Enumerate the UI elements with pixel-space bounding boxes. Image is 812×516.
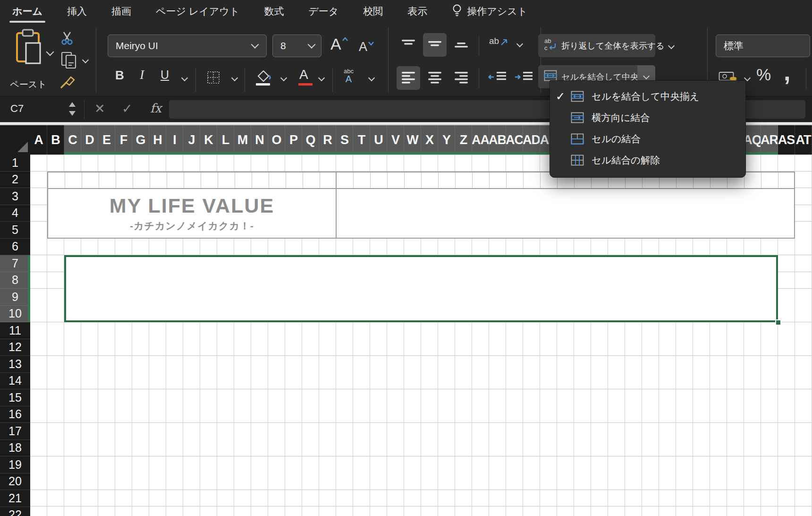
- row-header-4[interactable]: 4: [0, 205, 30, 222]
- underline-chevron-icon[interactable]: [181, 75, 188, 81]
- copy-dropdown-chevron-icon[interactable]: [82, 57, 89, 63]
- column-header-P[interactable]: P: [285, 125, 302, 155]
- select-all-corner[interactable]: [0, 125, 30, 155]
- column-header-F[interactable]: F: [115, 125, 132, 155]
- tab-1[interactable]: 挿入: [67, 5, 87, 18]
- column-header-AS[interactable]: AS: [778, 125, 795, 155]
- column-header-U[interactable]: U: [370, 125, 387, 155]
- column-header-C[interactable]: C: [64, 125, 81, 155]
- row-header-13[interactable]: 13: [0, 356, 30, 373]
- tab-4[interactable]: 数式: [264, 5, 284, 18]
- tab-3[interactable]: ページ レイアウト: [156, 5, 239, 18]
- font-color-button[interactable]: A: [299, 67, 308, 82]
- text-orientation-button[interactable]: ab: [489, 36, 508, 46]
- increase-font-size-button[interactable]: A: [330, 35, 348, 53]
- row-header-7[interactable]: 7: [0, 255, 30, 272]
- comma-style-button[interactable]: ,: [784, 58, 790, 86]
- tab-2[interactable]: 描画: [111, 5, 131, 18]
- row-header-11[interactable]: 11: [0, 322, 30, 339]
- row-header-18[interactable]: 18: [0, 440, 30, 457]
- column-header-AD[interactable]: AD: [523, 125, 540, 155]
- selected-merged-cell[interactable]: [64, 255, 778, 322]
- row-header-10[interactable]: 10: [0, 306, 30, 323]
- column-header-N[interactable]: N: [251, 125, 268, 155]
- row-header-5[interactable]: 5: [0, 222, 30, 239]
- percent-style-button[interactable]: %: [756, 65, 771, 84]
- phonetic-chevron-icon[interactable]: [368, 75, 375, 81]
- column-header-AA[interactable]: AA: [472, 125, 489, 155]
- row-header-17[interactable]: 17: [0, 423, 30, 440]
- row-header-14[interactable]: 14: [0, 373, 30, 390]
- number-format-select[interactable]: 標準: [716, 34, 810, 57]
- format-painter-button[interactable]: [59, 74, 77, 91]
- copy-button[interactable]: [60, 51, 78, 71]
- align-bottom-button[interactable]: [449, 33, 473, 57]
- borders-button[interactable]: [207, 71, 220, 86]
- italic-button[interactable]: I: [140, 67, 144, 82]
- enter-check-icon[interactable]: ✓: [122, 101, 133, 116]
- column-header-L[interactable]: L: [217, 125, 234, 155]
- name-box-spinner-up-icon[interactable]: [69, 102, 76, 107]
- fx-icon[interactable]: fx: [150, 101, 161, 115]
- column-header-H[interactable]: H: [149, 125, 166, 155]
- phonetic-guide-button[interactable]: abc A: [344, 68, 354, 84]
- fill-handle[interactable]: [775, 319, 781, 326]
- tab-5[interactable]: データ: [308, 5, 338, 18]
- title-block-left[interactable]: MY LIFE VALUE -カチカンノメイカクカ！-: [47, 172, 337, 239]
- borders-chevron-icon[interactable]: [231, 75, 238, 81]
- column-header-O[interactable]: O: [268, 125, 285, 155]
- column-header-I[interactable]: I: [166, 125, 183, 155]
- underline-button[interactable]: U: [161, 68, 169, 82]
- menu-item-0[interactable]: ✓セルを結合して中央揃え: [550, 86, 745, 107]
- cancel-icon[interactable]: ✕: [94, 101, 105, 116]
- column-header-E[interactable]: E: [98, 125, 115, 155]
- row-header-16[interactable]: 16: [0, 406, 30, 423]
- row-headers[interactable]: 12345678910111213141516171819202122: [0, 155, 31, 516]
- column-header-T[interactable]: T: [353, 125, 370, 155]
- tab-8[interactable]: 操作アシスト: [452, 4, 527, 19]
- align-left-button[interactable]: [397, 66, 420, 90]
- row-header-1[interactable]: 1: [0, 155, 30, 172]
- orientation-chevron-icon[interactable]: [516, 41, 523, 47]
- row-header-3[interactable]: 3: [0, 188, 30, 205]
- align-top-button[interactable]: [397, 33, 420, 57]
- menu-item-2[interactable]: セルの結合: [550, 128, 745, 149]
- column-header-A[interactable]: A: [30, 125, 47, 155]
- column-header-Q[interactable]: Q: [302, 125, 319, 155]
- column-header-M[interactable]: M: [234, 125, 251, 155]
- row-header-20[interactable]: 20: [0, 473, 30, 490]
- column-header-B[interactable]: B: [47, 125, 64, 155]
- tab-home-active[interactable]: ホーム: [12, 5, 42, 18]
- fill-color-chevron-icon[interactable]: [280, 75, 287, 81]
- font-name-select[interactable]: Meiryo UI: [108, 34, 267, 57]
- column-header-D[interactable]: D: [81, 125, 98, 155]
- fill-color-button[interactable]: [255, 69, 272, 84]
- row-header-15[interactable]: 15: [0, 389, 30, 406]
- row-header-12[interactable]: 12: [0, 339, 30, 356]
- column-header-AC[interactable]: AC: [506, 125, 523, 155]
- cut-button[interactable]: [59, 31, 75, 47]
- column-header-X[interactable]: X: [421, 125, 438, 155]
- row-header-6[interactable]: 6: [0, 239, 30, 256]
- column-header-AB[interactable]: AB: [489, 125, 506, 155]
- column-header-K[interactable]: K: [200, 125, 217, 155]
- column-header-Z[interactable]: Z: [455, 125, 472, 155]
- font-size-select[interactable]: 8: [272, 34, 321, 57]
- font-color-chevron-icon[interactable]: [318, 75, 325, 81]
- decrease-font-size-button[interactable]: A: [359, 40, 374, 54]
- align-middle-button[interactable]: [423, 33, 447, 57]
- row-header-8[interactable]: 8: [0, 272, 30, 289]
- column-header-J[interactable]: J: [183, 125, 200, 155]
- title-block-right[interactable]: [336, 172, 795, 239]
- row-header-22[interactable]: 22: [0, 507, 30, 516]
- column-header-Y[interactable]: Y: [438, 125, 455, 155]
- decrease-indent-button[interactable]: [487, 70, 508, 86]
- paste-dropdown-chevron-icon[interactable]: [46, 48, 54, 56]
- row-header-9[interactable]: 9: [0, 289, 30, 306]
- row-header-19[interactable]: 19: [0, 456, 30, 473]
- column-header-AQ[interactable]: AQ: [744, 125, 761, 155]
- increase-indent-button[interactable]: [514, 70, 534, 86]
- paste-button[interactable]: [13, 28, 42, 67]
- column-header-G[interactable]: G: [132, 125, 149, 155]
- tab-7[interactable]: 表示: [407, 5, 427, 18]
